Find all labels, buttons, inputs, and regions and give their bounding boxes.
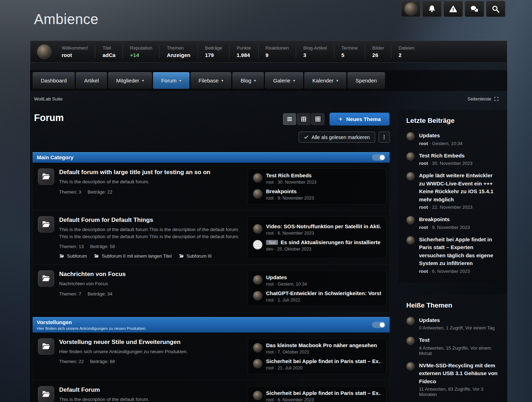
nav-forum[interactable]: Forum▾ [153, 72, 189, 89]
category-title[interactable]: Main Category [37, 154, 73, 161]
user-avatar [406, 172, 415, 180]
nav-kalender[interactable]: Kalender▾ [304, 72, 346, 89]
stat-dateien[interactable]: Dateien2 [391, 45, 421, 58]
forum-description: This is the description of the default f… [59, 396, 243, 402]
search-button[interactable] [486, 1, 505, 17]
post-title[interactable]: Updates [266, 274, 307, 280]
stat-bilder[interactable]: Bilder26 [365, 45, 391, 58]
category-title[interactable]: Vorstellungen [37, 319, 146, 326]
forum-title[interactable]: Vorstellung neuer Stile und Erweiterunge… [59, 339, 243, 346]
sidebar-post[interactable]: Test Rich Embedsroot · 30. November 2023 [406, 152, 499, 166]
nav-artikel[interactable]: Artikel [76, 72, 107, 89]
subforum-link[interactable]: Subforum II mit einem langen Titel [94, 253, 171, 259]
moderation-button[interactable] [443, 1, 463, 17]
nav-dashboard[interactable]: Dashboard [33, 72, 75, 89]
stat-blog-artikel[interactable]: Blog-Artikel3 [296, 45, 334, 58]
stat-reaktionen[interactable]: Reaktionen9 [258, 45, 296, 58]
post-title[interactable]: ChatGPT-Entwickler in Schwierigkeiten: V… [266, 290, 381, 296]
post-meta: root · 9. November 2023 [266, 196, 314, 201]
post-meta: root · 30. November 2023 [266, 180, 316, 185]
nav-filebase[interactable]: Filebase▾ [191, 72, 232, 89]
conversations-button[interactable] [465, 1, 484, 17]
subforum-link[interactable]: Subforum [59, 253, 87, 259]
forum-title[interactable]: Nachrichten von Focus [59, 271, 243, 278]
notifications-button[interactable] [422, 1, 442, 17]
user-menu-button[interactable] [401, 1, 420, 17]
compact-grid-view-button[interactable] [311, 113, 324, 125]
post-title[interactable]: Video: SOS-Notruffunktion per Satellit i… [266, 223, 381, 229]
nav-mitglieder[interactable]: Mitglieder▾ [108, 72, 152, 89]
post-title[interactable]: Test Rich Embeds [266, 172, 316, 178]
forum-stats: Themen: 3Beiträge: 22 [59, 189, 243, 195]
chevron-down-icon: ▾ [179, 79, 181, 82]
new-topic-button[interactable]: Neues Thema [329, 113, 390, 126]
chevron-down-icon: ▾ [221, 79, 223, 82]
latest-posts-panel: Video: SOS-Notruffunktion per Satellit i… [248, 216, 386, 259]
sidebar-topic[interactable]: Updates0 Antworten, 1 Zugriff, Vor einem… [406, 316, 499, 331]
stat-beitraege[interactable]: Beiträge179 [198, 45, 229, 58]
forum-row: Default Forum This is the description of… [33, 380, 389, 402]
post-title[interactable]: Sicherheit bei Apple findet in Paris sta… [266, 390, 381, 396]
subforum-link[interactable]: Subforum III [179, 253, 212, 259]
toggle-knob [380, 155, 385, 160]
post-meta: root · 7. Oktober 2021 [266, 350, 377, 355]
nav-blog[interactable]: Blog▾ [232, 72, 264, 89]
forum-title[interactable]: Default Forum for Default Things [59, 217, 243, 224]
nav-galerie[interactable]: Galerie▾ [265, 72, 303, 89]
post-title[interactable]: Sicherheit bei Apple findet in Paris sta… [266, 358, 381, 364]
user-avatar[interactable] [37, 44, 52, 59]
stat-termine[interactable]: Termine5 [334, 45, 365, 58]
sidebar-post[interactable]: Apple lädt weitere Entwickler zu WWDC-Li… [406, 172, 499, 210]
grid-view-button[interactable] [297, 113, 310, 125]
stat-themen[interactable]: ThemenAnzeigen [159, 45, 198, 58]
breadcrumb[interactable]: WoltLab Suite [34, 96, 63, 102]
latest-post[interactable]: Sicherheit bei Apple findet in Paris sta… [253, 390, 381, 402]
forum-stats: Themen: 7Beiträge: 34 [59, 291, 243, 297]
user-avatar [406, 317, 415, 325]
sidebar-toggle[interactable]: Seitenleiste [468, 96, 499, 102]
sidebar-post[interactable]: Sicherheit bei Apple findet in Paris sta… [406, 236, 499, 274]
view-switcher [283, 113, 324, 125]
post-title[interactable]: Das kleinste Macbook Pro näher angesehen [266, 342, 377, 348]
mark-all-read-button[interactable]: Alle als gelesen markieren [299, 132, 375, 143]
user-avatar [406, 362, 415, 371]
forum-title[interactable]: Default Forum [59, 386, 243, 394]
stat-punkte[interactable]: Punkte1.984 [229, 45, 258, 58]
toggle-knob [380, 322, 385, 327]
user-avatar [253, 224, 262, 234]
sidebar-topic[interactable]: NVMe-SSD-Recycling mit dem externen USB … [406, 362, 499, 397]
latest-post[interactable]: TestEs sind Aktualisierungen für install… [253, 239, 381, 252]
category-collapse-toggle[interactable] [372, 322, 385, 328]
latest-post[interactable]: Sicherheit bei Apple findet in Paris sta… [253, 358, 381, 371]
latest-posts-panel: Sicherheit bei Apple findet in Paris sta… [248, 386, 386, 402]
list-view-button[interactable] [283, 113, 296, 125]
plus-icon [338, 117, 343, 121]
user-avatar [406, 216, 415, 224]
post-title[interactable]: Breakpoints [266, 188, 314, 194]
category-collapse-toggle[interactable] [372, 154, 385, 161]
sidebar-post[interactable]: Updatesroot · Gestern, 10:34 [406, 132, 499, 146]
stat-reputation[interactable]: Reputation+14 [123, 45, 159, 58]
latest-post[interactable]: Test Rich Embedsroot · 30. November 2023 [253, 172, 381, 185]
latest-post[interactable]: ChatGPT-Entwickler in Schwierigkeiten: V… [253, 290, 381, 303]
user-avatar [406, 132, 415, 140]
user-avatar [404, 2, 418, 16]
post-title[interactable]: TestEs sind Aktualisierungen für install… [266, 239, 381, 245]
sidebar-box-title: Heiße Themen [406, 302, 499, 309]
post-meta: root · Gestern, 10:34 [266, 282, 307, 287]
latest-post[interactable]: Das kleinste Macbook Pro näher angesehen… [253, 342, 381, 355]
forum-title[interactable]: Default forum with large title just for … [59, 169, 243, 176]
latest-post[interactable]: Breakpointsroot · 9. November 2023 [253, 188, 381, 201]
sidebar-topic[interactable]: Test4 Antworten, 15 Zugriffe, Vor einem … [406, 336, 499, 356]
search-icon [491, 5, 500, 13]
site-logo[interactable]: Ambience [34, 11, 98, 27]
forum-description: Nachrichten von Focus [59, 280, 243, 287]
latest-post[interactable]: Updatesroot · Gestern, 10:34 [253, 274, 381, 287]
more-options-button[interactable] [379, 132, 390, 143]
sidebar-post[interactable]: Breakpointsroot · 9. November 2023 [406, 216, 499, 230]
post-meta: root · 21. Juli 2020 [266, 366, 381, 371]
main-column: Forum Neues Thema Alle als gelesen marki… [33, 113, 390, 402]
nav-spenden[interactable]: Spenden [347, 72, 385, 89]
latest-post[interactable]: Video: SOS-Notruffunktion per Satellit i… [253, 223, 381, 236]
page-title: Forum [34, 113, 64, 124]
